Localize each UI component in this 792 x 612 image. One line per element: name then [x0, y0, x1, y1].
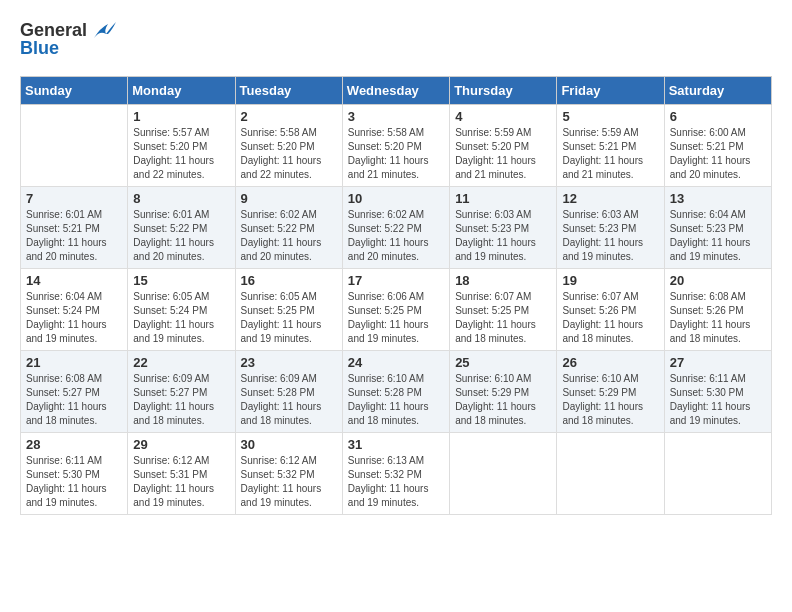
calendar-cell: 28Sunrise: 6:11 AMSunset: 5:30 PMDayligh…	[21, 432, 128, 514]
calendar-week-1: 1Sunrise: 5:57 AMSunset: 5:20 PMDaylight…	[21, 104, 772, 186]
day-number: 28	[26, 437, 122, 452]
calendar-cell: 1Sunrise: 5:57 AMSunset: 5:20 PMDaylight…	[128, 104, 235, 186]
day-number: 16	[241, 273, 337, 288]
day-info: Sunrise: 6:07 AMSunset: 5:25 PMDaylight:…	[455, 290, 551, 346]
day-info: Sunrise: 6:08 AMSunset: 5:26 PMDaylight:…	[670, 290, 766, 346]
calendar-cell: 30Sunrise: 6:12 AMSunset: 5:32 PMDayligh…	[235, 432, 342, 514]
day-number: 18	[455, 273, 551, 288]
calendar-week-3: 14Sunrise: 6:04 AMSunset: 5:24 PMDayligh…	[21, 268, 772, 350]
day-info: Sunrise: 5:59 AMSunset: 5:21 PMDaylight:…	[562, 126, 658, 182]
calendar-cell: 22Sunrise: 6:09 AMSunset: 5:27 PMDayligh…	[128, 350, 235, 432]
day-info: Sunrise: 6:13 AMSunset: 5:32 PMDaylight:…	[348, 454, 444, 510]
calendar-cell: 26Sunrise: 6:10 AMSunset: 5:29 PMDayligh…	[557, 350, 664, 432]
calendar-cell: 14Sunrise: 6:04 AMSunset: 5:24 PMDayligh…	[21, 268, 128, 350]
calendar-cell: 4Sunrise: 5:59 AMSunset: 5:20 PMDaylight…	[450, 104, 557, 186]
calendar-cell: 13Sunrise: 6:04 AMSunset: 5:23 PMDayligh…	[664, 186, 771, 268]
day-number: 31	[348, 437, 444, 452]
column-header-monday: Monday	[128, 76, 235, 104]
day-info: Sunrise: 6:09 AMSunset: 5:27 PMDaylight:…	[133, 372, 229, 428]
day-number: 7	[26, 191, 122, 206]
day-info: Sunrise: 6:01 AMSunset: 5:21 PMDaylight:…	[26, 208, 122, 264]
column-header-thursday: Thursday	[450, 76, 557, 104]
day-info: Sunrise: 5:57 AMSunset: 5:20 PMDaylight:…	[133, 126, 229, 182]
day-info: Sunrise: 6:00 AMSunset: 5:21 PMDaylight:…	[670, 126, 766, 182]
day-info: Sunrise: 5:58 AMSunset: 5:20 PMDaylight:…	[348, 126, 444, 182]
logo: General Blue	[20, 20, 118, 60]
day-number: 2	[241, 109, 337, 124]
day-number: 10	[348, 191, 444, 206]
day-number: 19	[562, 273, 658, 288]
column-header-saturday: Saturday	[664, 76, 771, 104]
calendar-header: SundayMondayTuesdayWednesdayThursdayFrid…	[21, 76, 772, 104]
day-number: 14	[26, 273, 122, 288]
day-info: Sunrise: 6:05 AMSunset: 5:25 PMDaylight:…	[241, 290, 337, 346]
day-number: 29	[133, 437, 229, 452]
calendar-cell: 31Sunrise: 6:13 AMSunset: 5:32 PMDayligh…	[342, 432, 449, 514]
calendar-cell: 12Sunrise: 6:03 AMSunset: 5:23 PMDayligh…	[557, 186, 664, 268]
calendar-cell: 3Sunrise: 5:58 AMSunset: 5:20 PMDaylight…	[342, 104, 449, 186]
day-number: 26	[562, 355, 658, 370]
day-info: Sunrise: 6:10 AMSunset: 5:28 PMDaylight:…	[348, 372, 444, 428]
calendar-cell: 23Sunrise: 6:09 AMSunset: 5:28 PMDayligh…	[235, 350, 342, 432]
day-number: 23	[241, 355, 337, 370]
day-info: Sunrise: 6:11 AMSunset: 5:30 PMDaylight:…	[26, 454, 122, 510]
column-header-tuesday: Tuesday	[235, 76, 342, 104]
day-info: Sunrise: 6:06 AMSunset: 5:25 PMDaylight:…	[348, 290, 444, 346]
calendar-cell: 24Sunrise: 6:10 AMSunset: 5:28 PMDayligh…	[342, 350, 449, 432]
day-number: 3	[348, 109, 444, 124]
day-number: 30	[241, 437, 337, 452]
calendar-cell: 18Sunrise: 6:07 AMSunset: 5:25 PMDayligh…	[450, 268, 557, 350]
day-info: Sunrise: 6:03 AMSunset: 5:23 PMDaylight:…	[562, 208, 658, 264]
day-number: 9	[241, 191, 337, 206]
day-number: 25	[455, 355, 551, 370]
calendar-cell: 6Sunrise: 6:00 AMSunset: 5:21 PMDaylight…	[664, 104, 771, 186]
day-info: Sunrise: 5:58 AMSunset: 5:20 PMDaylight:…	[241, 126, 337, 182]
day-info: Sunrise: 6:04 AMSunset: 5:23 PMDaylight:…	[670, 208, 766, 264]
calendar-cell: 11Sunrise: 6:03 AMSunset: 5:23 PMDayligh…	[450, 186, 557, 268]
column-header-sunday: Sunday	[21, 76, 128, 104]
day-number: 12	[562, 191, 658, 206]
calendar-cell: 29Sunrise: 6:12 AMSunset: 5:31 PMDayligh…	[128, 432, 235, 514]
calendar-week-5: 28Sunrise: 6:11 AMSunset: 5:30 PMDayligh…	[21, 432, 772, 514]
day-number: 22	[133, 355, 229, 370]
page-header: General Blue	[20, 20, 772, 60]
calendar-cell: 5Sunrise: 5:59 AMSunset: 5:21 PMDaylight…	[557, 104, 664, 186]
day-info: Sunrise: 6:12 AMSunset: 5:31 PMDaylight:…	[133, 454, 229, 510]
day-info: Sunrise: 6:09 AMSunset: 5:28 PMDaylight:…	[241, 372, 337, 428]
calendar-cell	[21, 104, 128, 186]
day-number: 11	[455, 191, 551, 206]
column-header-friday: Friday	[557, 76, 664, 104]
calendar-cell	[557, 432, 664, 514]
day-info: Sunrise: 6:04 AMSunset: 5:24 PMDaylight:…	[26, 290, 122, 346]
calendar-cell	[664, 432, 771, 514]
day-info: Sunrise: 6:10 AMSunset: 5:29 PMDaylight:…	[455, 372, 551, 428]
day-number: 15	[133, 273, 229, 288]
day-info: Sunrise: 6:08 AMSunset: 5:27 PMDaylight:…	[26, 372, 122, 428]
logo-bird-icon	[90, 20, 118, 42]
calendar-cell: 2Sunrise: 5:58 AMSunset: 5:20 PMDaylight…	[235, 104, 342, 186]
logo-text-blue: Blue	[20, 38, 59, 60]
calendar-cell: 20Sunrise: 6:08 AMSunset: 5:26 PMDayligh…	[664, 268, 771, 350]
calendar-cell: 16Sunrise: 6:05 AMSunset: 5:25 PMDayligh…	[235, 268, 342, 350]
calendar-cell: 8Sunrise: 6:01 AMSunset: 5:22 PMDaylight…	[128, 186, 235, 268]
day-info: Sunrise: 6:10 AMSunset: 5:29 PMDaylight:…	[562, 372, 658, 428]
calendar-cell: 17Sunrise: 6:06 AMSunset: 5:25 PMDayligh…	[342, 268, 449, 350]
day-info: Sunrise: 6:07 AMSunset: 5:26 PMDaylight:…	[562, 290, 658, 346]
calendar-cell: 7Sunrise: 6:01 AMSunset: 5:21 PMDaylight…	[21, 186, 128, 268]
calendar-cell: 9Sunrise: 6:02 AMSunset: 5:22 PMDaylight…	[235, 186, 342, 268]
day-number: 1	[133, 109, 229, 124]
calendar-table: SundayMondayTuesdayWednesdayThursdayFrid…	[20, 76, 772, 515]
day-info: Sunrise: 6:11 AMSunset: 5:30 PMDaylight:…	[670, 372, 766, 428]
day-number: 27	[670, 355, 766, 370]
calendar-week-2: 7Sunrise: 6:01 AMSunset: 5:21 PMDaylight…	[21, 186, 772, 268]
calendar-cell: 15Sunrise: 6:05 AMSunset: 5:24 PMDayligh…	[128, 268, 235, 350]
day-number: 6	[670, 109, 766, 124]
calendar-cell	[450, 432, 557, 514]
day-number: 4	[455, 109, 551, 124]
calendar-cell: 10Sunrise: 6:02 AMSunset: 5:22 PMDayligh…	[342, 186, 449, 268]
calendar-cell: 19Sunrise: 6:07 AMSunset: 5:26 PMDayligh…	[557, 268, 664, 350]
day-number: 20	[670, 273, 766, 288]
day-number: 8	[133, 191, 229, 206]
day-info: Sunrise: 6:02 AMSunset: 5:22 PMDaylight:…	[241, 208, 337, 264]
day-info: Sunrise: 6:02 AMSunset: 5:22 PMDaylight:…	[348, 208, 444, 264]
